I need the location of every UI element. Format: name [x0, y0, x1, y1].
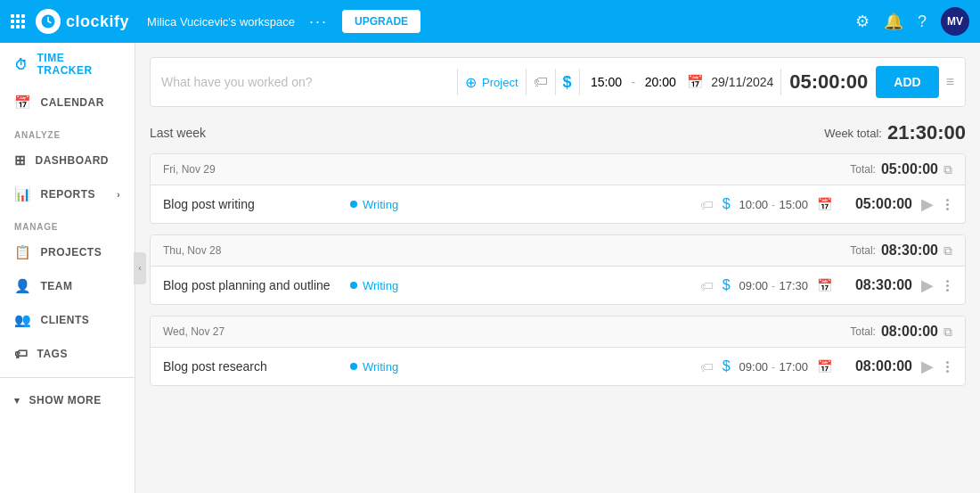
topbar-icons: ⚙ 🔔 ? MV — [855, 7, 969, 36]
week-total-time: 21:30:00 — [887, 121, 966, 144]
copy-icon-0[interactable]: ⧉ — [943, 162, 952, 177]
entry-project-label-0-0: Writing — [363, 198, 398, 211]
entry-name-2-0: Blog post research — [163, 359, 341, 374]
workspace-label: Milica Vucicevic's workspace — [147, 15, 295, 29]
projects-icon: 📋 — [14, 244, 32, 260]
calendar-picker-icon[interactable]: 📅 — [687, 74, 704, 90]
notifications-icon[interactable]: 🔔 — [884, 12, 903, 31]
timer-mode-icon[interactable]: ≡ — [946, 74, 954, 90]
time-end-input[interactable] — [641, 75, 680, 89]
tag-icon[interactable]: 🏷 — [534, 74, 548, 90]
clients-icon: 👥 — [14, 312, 32, 328]
entry-cal-icon-2-0[interactable]: 📅 — [817, 359, 832, 374]
entry-duration-2-0: 08:00:00 — [841, 358, 912, 374]
team-icon: 👤 — [14, 278, 32, 294]
entry-cal-icon-0-0[interactable]: 📅 — [817, 197, 832, 211]
add-button[interactable]: ADD — [876, 66, 938, 98]
sidebar-item-reports[interactable]: 📊 REPORTS › — [0, 177, 135, 211]
time-range: - — [587, 75, 681, 89]
entry-project-2-0[interactable]: Writing — [350, 360, 398, 374]
calendar-icon: 📅 — [14, 94, 32, 111]
sidebar-item-team[interactable]: 👤 TEAM — [0, 269, 135, 303]
sidebar-item-time-tracker-label: TIME TRACKER — [37, 52, 121, 77]
entry-more-menu-2-0[interactable] — [943, 359, 952, 374]
sidebar-wrapper: ⏱ TIME TRACKER 📅 CALENDAR ANALYZE ⊞ DASH… — [0, 43, 135, 493]
week-total-section: Week total: 21:30:00 — [824, 121, 966, 144]
day-label-0: Fri, Nov 29 — [163, 163, 216, 176]
timer-bar: ⊕ Project 🏷 $ - 📅 29/11/2024 05:00:00 AD… — [150, 57, 966, 107]
entry-billable-icon-0-0[interactable]: $ — [723, 196, 731, 212]
entry-tag-icon-1-0[interactable]: 🏷 — [700, 278, 714, 293]
divider-2 — [526, 69, 527, 95]
tags-icon: 🏷 — [14, 346, 29, 361]
logo: clockify — [36, 9, 129, 34]
week-header: Last week Week total: 21:30:00 — [150, 121, 966, 144]
sidebar-item-dashboard[interactable]: ⊞ DASHBOARD — [0, 144, 135, 177]
entry-play-icon-1-0[interactable]: ▶ — [921, 275, 934, 295]
entry-tag-icon-0-0[interactable]: 🏷 — [700, 197, 714, 212]
apps-grid-icon[interactable] — [11, 14, 25, 29]
entry-billable-icon-1-0[interactable]: $ — [723, 277, 731, 293]
entry-name-0-0: Blog post writing — [163, 197, 341, 211]
time-entry-1-0: Blog post planning and outline Writing 🏷… — [151, 267, 965, 304]
sidebar-item-clients[interactable]: 👥 CLIENTS — [0, 303, 135, 337]
entry-play-icon-2-0[interactable]: ▶ — [921, 357, 934, 376]
divider-4 — [579, 69, 580, 95]
time-start-input[interactable] — [587, 75, 626, 89]
content-area: ⊕ Project 🏷 $ - 📅 29/11/2024 05:00:00 AD… — [135, 43, 980, 493]
workspace-menu-icon[interactable]: ··· — [309, 12, 328, 31]
entry-time-end-0-0: 15:00 — [779, 198, 808, 211]
day-total-time-1: 08:30:00 — [881, 242, 938, 259]
entry-project-0-0[interactable]: Writing — [350, 198, 398, 211]
billable-icon[interactable]: $ — [563, 73, 572, 92]
day-header-thu-nov-28: Thu, Nov 28 Total: 08:30:00 ⧉ — [151, 235, 965, 267]
week-label: Last week — [150, 126, 206, 140]
time-entry-0-0: Blog post writing Writing 🏷 $ 10:00 - 15… — [151, 185, 965, 223]
description-input[interactable] — [161, 75, 450, 89]
avatar[interactable]: MV — [941, 7, 969, 36]
sidebar-item-time-tracker[interactable]: ⏱ TIME TRACKER — [0, 43, 135, 86]
sidebar-item-tags-label: TAGS — [37, 348, 68, 360]
time-entry-2-0: Blog post research Writing 🏷 $ 09:00 - 1… — [151, 348, 965, 385]
copy-icon-2[interactable]: ⧉ — [943, 325, 952, 340]
divider-3 — [555, 69, 556, 95]
day-total-1: Total: 08:30:00 ⧉ — [850, 242, 952, 259]
help-icon[interactable]: ? — [918, 12, 927, 31]
entry-cal-icon-1-0[interactable]: 📅 — [817, 278, 832, 292]
analyze-section-label: ANALYZE — [0, 119, 135, 144]
duration-display: 05:00:00 — [788, 70, 869, 94]
project-selector[interactable]: ⊕ Project — [465, 74, 518, 91]
entry-more-menu-1-0[interactable] — [943, 278, 952, 293]
sidebar-collapse-button[interactable]: ‹ — [134, 252, 146, 284]
entry-time-range-2-0: 09:00 - 17:00 — [739, 360, 808, 374]
entry-billable-icon-2-0[interactable]: $ — [723, 358, 731, 374]
sidebar-item-calendar[interactable]: 📅 CALENDAR — [0, 86, 135, 119]
day-total-2: Total: 08:00:00 ⧉ — [850, 324, 952, 340]
sidebar-item-show-more[interactable]: ▾ SHOW MORE — [0, 385, 135, 415]
day-total-time-0: 05:00:00 — [881, 161, 938, 177]
entry-time-end-2-0: 17:00 — [779, 360, 808, 374]
show-more-label: SHOW MORE — [29, 394, 102, 407]
divider-5 — [780, 69, 781, 95]
copy-icon-1[interactable]: ⧉ — [943, 243, 952, 259]
day-total-time-2: 08:00:00 — [881, 324, 938, 340]
settings-icon[interactable]: ⚙ — [855, 12, 870, 31]
entry-time-range-1-0: 09:00 - 17:30 — [739, 279, 808, 292]
entry-project-1-0[interactable]: Writing — [350, 279, 398, 292]
entry-duration-0-0: 05:00:00 — [841, 196, 912, 212]
entry-tag-icon-2-0[interactable]: 🏷 — [700, 359, 714, 374]
time-tracker-icon: ⏱ — [14, 57, 29, 72]
upgrade-button[interactable]: UPGRADE — [342, 10, 421, 33]
entry-play-icon-0-0[interactable]: ▶ — [921, 194, 934, 214]
entry-more-menu-0-0[interactable] — [943, 197, 952, 212]
day-group-fri-nov-29: Fri, Nov 29 Total: 05:00:00 ⧉ Blog post … — [150, 153, 966, 224]
day-header-wed-nov-27: Wed, Nov 27 Total: 08:00:00 ⧉ — [151, 316, 965, 348]
topbar: clockify Milica Vucicevic's workspace ··… — [0, 0, 980, 43]
day-total-label-0: Total: — [850, 163, 876, 176]
sidebar: ⏱ TIME TRACKER 📅 CALENDAR ANALYZE ⊞ DASH… — [0, 43, 135, 493]
sidebar-item-projects[interactable]: 📋 PROJECTS — [0, 235, 135, 269]
date-display: 29/11/2024 — [711, 75, 773, 89]
manage-section-label: MANAGE — [0, 211, 135, 235]
sidebar-item-tags[interactable]: 🏷 TAGS — [0, 337, 135, 370]
day-total-label-2: Total: — [850, 325, 876, 338]
